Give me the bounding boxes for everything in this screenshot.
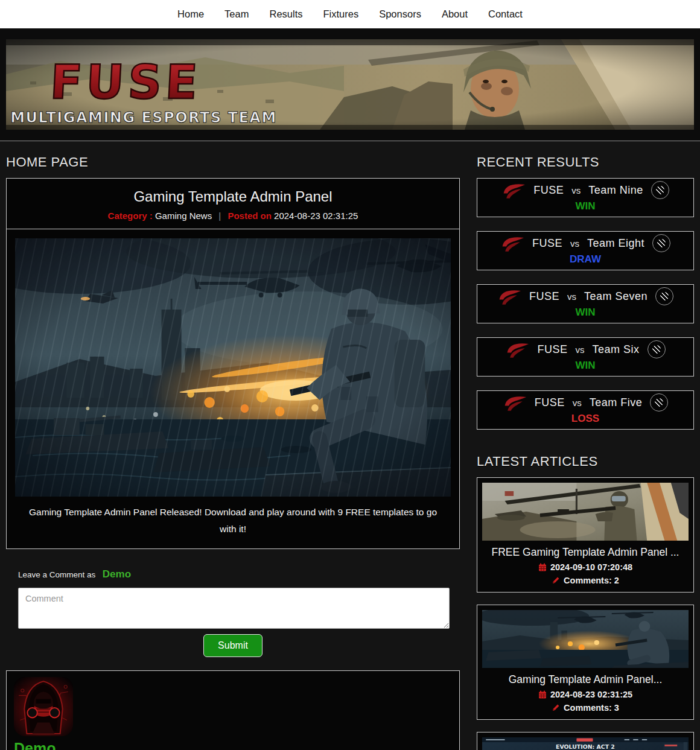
match-result: WIN [482,360,689,372]
vs-label: vs [570,238,579,249]
vs-label: vs [571,185,581,195]
posted-value: 2024-08-23 02:31:25 [274,211,358,221]
nav-item-sponsors[interactable]: Sponsors [379,8,421,20]
article-meta: Category : Gaming News | Posted on 2024-… [13,211,453,221]
comment-card: Demo 2024-10-25 14:36:08 100❤❤ [6,670,460,750]
calendar-icon [538,563,547,571]
posted-label: Posted on [228,211,272,221]
opponent-name: Team Eight [587,237,644,250]
fuse-logo-icon [503,393,527,412]
comment-author: Demo [14,740,452,750]
home-team-name: FUSE [537,343,567,356]
opponent-name: Team Seven [584,290,648,303]
article-title: Gaming Template Admin Panel [13,188,453,205]
fuse-logo-icon [500,234,524,252]
news-card[interactable]: EVOLUTION: ACT 2 R 10 RADIANITE POINTS R… [477,732,694,750]
opponent-placeholder-logo-icon [651,181,669,199]
news-comments: Comments: 3 [564,703,619,713]
news-date: 2024-08-23 02:31:25 [550,690,632,699]
result-row[interactable]: FUSE vs Team Nine WIN [477,178,694,217]
match-result: WIN [482,200,689,212]
news-thumb-valorant-art: EVOLUTION: ACT 2 R 10 RADIANITE POINTS R… [482,737,689,750]
opponent-name: Team Nine [588,184,643,197]
news-card[interactable]: FREE Gaming Template Admin Panel ... 202… [477,477,694,593]
nav-item-contact[interactable]: Contact [488,8,523,20]
category-label: Category : [108,211,153,221]
match-result: WIN [482,307,689,319]
news-date: 2024-09-10 07:20:48 [550,562,632,572]
comment-form-username: Demo [103,568,131,580]
opponent-placeholder-logo-icon [655,287,673,305]
latest-articles-title: LATEST ARTICLES [477,454,694,469]
opponent-name: Team Five [590,396,643,409]
article-image [7,229,459,500]
battlefield-scene-art [15,238,451,497]
comment-form: Leave a Comment as Demo Submit [6,568,460,657]
home-team-name: FUSE [533,184,564,197]
vs-label: vs [575,345,584,355]
meta-separator: | [218,211,221,221]
news-title: Gaming Template Admin Panel... [482,673,689,686]
news-thumb-bf4-art [482,610,689,668]
home-team-name: FUSE [529,290,559,303]
news-card[interactable]: Gaming Template Admin Panel... 2024-08-2… [477,605,694,720]
news-comments: Comments: 2 [564,576,619,585]
top-navbar: Home Team Results Fixtures Sponsors Abou… [0,0,700,28]
nav-item-fixtures[interactable]: Fixtures [323,8,359,20]
fuse-logo-icon [497,287,521,305]
fuse-logo-icon [505,340,529,358]
vs-label: vs [573,398,582,408]
comment-form-label: Leave a Comment as [18,570,95,579]
avatar [14,677,73,736]
banner-section: FUSE MULTIGAMING ESPORTS TEAM [0,28,700,141]
submit-comment-button[interactable]: Submit [203,634,262,657]
pencil-icon [552,576,560,585]
page-title: HOME PAGE [6,154,460,170]
result-row[interactable]: FUSE vs Team Five LOSS [477,390,694,430]
pencil-icon [552,704,560,712]
banner-art: FUSE MULTIGAMING ESPORTS TEAM [6,39,694,130]
team-banner: FUSE MULTIGAMING ESPORTS TEAM [6,39,694,130]
match-result: LOSS [482,413,689,425]
article-body-text: Gaming Template Admin Panel Released! Do… [7,500,459,548]
home-team-name: FUSE [535,396,565,409]
comment-input[interactable] [18,588,450,629]
main-article: Gaming Template Admin Panel Category : G… [6,178,460,549]
match-result: DRAW [482,253,689,265]
banner-logo-text: FUSE [49,55,203,109]
calendar-icon [538,690,547,699]
result-row[interactable]: FUSE vs Team Seven WIN [477,284,694,323]
hooded-hacker-avatar-art [14,677,73,736]
result-row[interactable]: FUSE vs Team Six WIN [477,337,694,377]
vs-label: vs [567,291,576,302]
result-row[interactable]: FUSE vs Team Eight DRAW [477,231,694,270]
category-value: Gaming News [155,211,212,221]
news-title: FREE Gaming Template Admin Panel ... [482,546,689,559]
opponent-name: Team Six [592,343,639,356]
nav-item-results[interactable]: Results [269,8,302,20]
recent-results-title: RECENT RESULTS [477,154,694,170]
nav-item-home[interactable]: Home [177,8,204,20]
fuse-logo-icon [501,181,526,199]
nav-item-team[interactable]: Team [224,8,249,20]
home-team-name: FUSE [532,237,562,250]
svg-text:EVOLUTION: ACT 2: EVOLUTION: ACT 2 [556,743,615,750]
nav-item-about[interactable]: About [442,8,468,20]
opponent-placeholder-logo-icon [648,340,666,358]
opponent-placeholder-logo-icon [652,234,670,252]
opponent-placeholder-logo-icon [650,393,668,412]
news-thumb-bf2042-art [482,483,689,541]
banner-tagline-text: MULTIGAMING ESPORTS TEAM [10,109,277,126]
